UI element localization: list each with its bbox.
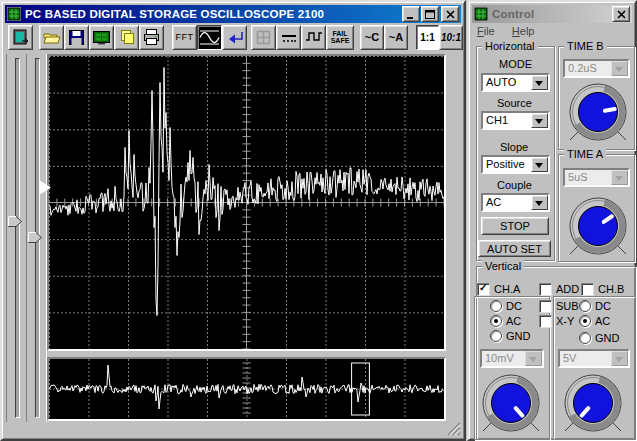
control-window: Control File Help Horizontal MODE AUTO S…: [467, 0, 637, 441]
fail-safe-label-2: SAFE: [331, 37, 350, 44]
control-window-icon: [474, 7, 488, 21]
channel-b-slider-thumb[interactable]: [28, 232, 43, 243]
ch-b-volt-select[interactable]: 5V: [558, 349, 630, 368]
couple-select[interactable]: AC: [481, 193, 550, 212]
print-icon: [143, 29, 160, 45]
open-folder-icon: [43, 30, 61, 45]
chevron-down-icon: [615, 67, 623, 76]
fail-safe-label-1: FAIL: [332, 30, 347, 37]
time-b-dropdown-arrow[interactable]: [611, 61, 628, 76]
couple-dropdown-arrow[interactable]: [531, 195, 548, 210]
sine-wave-icon: [199, 29, 220, 46]
fft-button[interactable]: FFT: [172, 25, 197, 50]
time-b-knob[interactable]: [565, 81, 631, 143]
chevron-down-icon: [615, 176, 623, 185]
ch-b-volt-value: 5V: [563, 352, 576, 364]
time-b-group-label: TIME B: [564, 40, 607, 52]
mode-select[interactable]: AUTO: [481, 73, 550, 92]
main-titlebar[interactable]: PC BASED DIGITAL STORAGE OSCILLOSCOPE 21…: [5, 5, 461, 23]
grid-toggle-button[interactable]: [251, 25, 276, 50]
time-a-knob[interactable]: [565, 195, 631, 257]
slope-label: Slope: [500, 141, 528, 153]
channel-a-position-slider[interactable]: [6, 54, 27, 422]
sub-checkbox[interactable]: ✓: [539, 300, 552, 313]
save-button[interactable]: [64, 25, 89, 50]
menu-help[interactable]: Help: [512, 25, 535, 37]
ch-b-gain-knob[interactable]: [560, 372, 626, 434]
sub-label: SUB: [556, 300, 579, 312]
slope-dropdown-arrow[interactable]: [531, 157, 548, 172]
control-titlebar[interactable]: Control: [472, 5, 632, 23]
ch-a-volt-value: 10mV: [485, 352, 514, 364]
maximize-button[interactable]: [421, 6, 439, 22]
ch-b-volt-dropdown-arrow[interactable]: [611, 351, 628, 366]
minimize-button[interactable]: [402, 6, 420, 22]
print-button[interactable]: [139, 25, 164, 50]
ch-a-checkbox[interactable]: ✓: [477, 283, 490, 296]
coupling-c-label: ~C: [365, 31, 379, 43]
desktop: PC BASED DIGITAL STORAGE OSCILLOSCOPE 21…: [0, 0, 637, 441]
slope-select[interactable]: Positive: [481, 155, 550, 174]
dashed-line-button[interactable]: [276, 25, 301, 50]
ch-a-ac-radio[interactable]: [490, 315, 502, 327]
ch-a-volt-dropdown-arrow[interactable]: [525, 351, 542, 366]
time-a-select[interactable]: 5uS: [563, 168, 630, 187]
menu-file[interactable]: File: [477, 25, 495, 37]
source-dropdown-arrow[interactable]: [531, 113, 548, 128]
fft-label: FFT: [176, 32, 194, 42]
close-button[interactable]: [441, 6, 459, 22]
notes-button[interactable]: [114, 25, 139, 50]
waveform-mode-button[interactable]: [197, 25, 222, 50]
source-value: CH1: [486, 114, 508, 126]
square-wave-button[interactable]: [301, 25, 326, 50]
ch-a-gnd-radio[interactable]: [490, 330, 502, 342]
ch-a-dc-label: DC: [506, 300, 522, 312]
coupling-c-button[interactable]: ~C: [360, 25, 384, 50]
ch-b-dc-label: DC: [595, 300, 611, 312]
undo-arrow-button[interactable]: [222, 25, 247, 50]
stop-button[interactable]: STOP: [481, 217, 549, 235]
ch-b-ac-radio[interactable]: [579, 315, 591, 327]
scope-display: [47, 54, 446, 351]
save-icon: [69, 30, 84, 45]
probe-10to1-button[interactable]: 10:1: [439, 25, 463, 50]
ch-a-dc-radio[interactable]: [490, 300, 502, 312]
trigger-level-marker[interactable]: [39, 180, 52, 195]
notes-icon: [119, 29, 135, 45]
resize-grip[interactable]: [446, 421, 461, 436]
square-wave-icon: [305, 30, 323, 44]
probe-1to1-button[interactable]: 1:1: [416, 25, 439, 50]
add-checkbox[interactable]: ✓: [539, 283, 552, 296]
ch-b-checkbox[interactable]: ✓: [581, 283, 594, 296]
slope-value: Positive: [486, 158, 525, 170]
chevron-down-icon: [529, 357, 537, 366]
capture-display-button[interactable]: [89, 25, 114, 50]
minimize-icon: [406, 10, 416, 19]
channel-a-slider-thumb[interactable]: [8, 216, 23, 227]
preview-display[interactable]: [47, 357, 446, 421]
auto-set-button[interactable]: AUTO SET: [478, 240, 551, 257]
control-close-button[interactable]: [612, 6, 630, 22]
exit-button[interactable]: [8, 25, 33, 50]
open-file-button[interactable]: [39, 25, 64, 50]
ch-a-gain-knob[interactable]: [478, 372, 544, 434]
couple-label: Couple: [497, 179, 532, 191]
time-b-select[interactable]: 0.2uS: [563, 59, 630, 78]
chevron-down-icon: [535, 163, 543, 172]
close-icon: [617, 10, 626, 19]
ch-a-volt-select[interactable]: 10mV: [480, 349, 544, 368]
chevron-down-icon: [535, 81, 543, 90]
channel-b-position-slider[interactable]: [26, 54, 47, 422]
xy-checkbox[interactable]: ✓: [539, 315, 552, 328]
main-window-title: PC BASED DIGITAL STORAGE OSCILLOSCOPE 21…: [25, 8, 324, 20]
source-select[interactable]: CH1: [481, 111, 550, 130]
time-a-dropdown-arrow[interactable]: [611, 170, 628, 185]
fail-safe-button[interactable]: FAIL SAFE: [326, 25, 354, 50]
ch-b-dc-radio[interactable]: [579, 300, 591, 312]
source-label: Source: [497, 97, 532, 109]
ch-b-gnd-radio[interactable]: [579, 332, 591, 344]
coupling-a-button[interactable]: ~A: [384, 25, 408, 50]
mode-dropdown-arrow[interactable]: [531, 75, 548, 90]
coupling-a-label: ~A: [389, 31, 403, 43]
add-label: ADD: [556, 283, 579, 295]
